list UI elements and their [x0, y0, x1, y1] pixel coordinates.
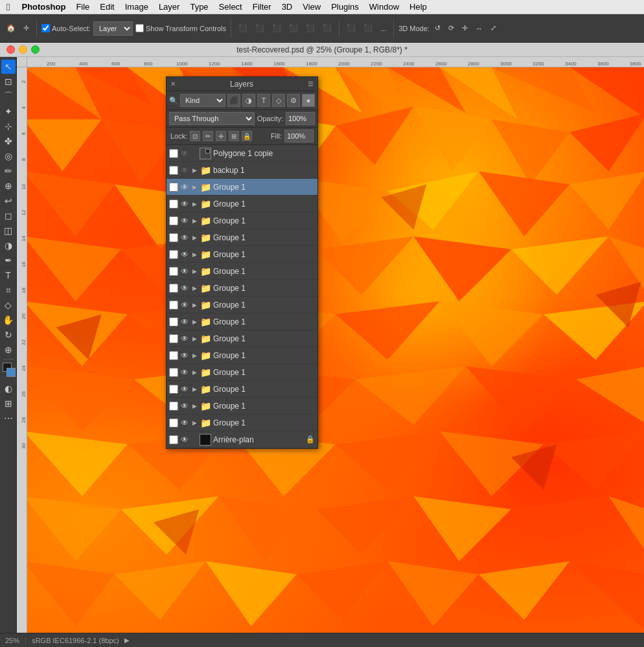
align-top-button[interactable]: ⬛ — [286, 23, 301, 34]
filter-adjust-button[interactable]: ◑ — [242, 94, 255, 107]
apple-menu[interactable]:  — [0, 1, 16, 12]
lock-image-button[interactable]: ✏ — [203, 131, 213, 141]
layer-expand-arrow[interactable]: ▶ — [191, 267, 198, 276]
menu-layer[interactable]: Layer — [154, 2, 185, 12]
selection-tool[interactable]: ⊡ — [1, 74, 16, 89]
layer-row[interactable]: 👁 ▶ 📁 backup 1 — [167, 162, 317, 179]
layer-visibility-checkbox[interactable] — [169, 334, 178, 343]
eyedropper-tool[interactable]: ✤ — [1, 134, 16, 148]
layer-visibility-checkbox[interactable] — [169, 435, 178, 444]
layer-expand-arrow[interactable]: ▶ — [191, 183, 198, 192]
layer-visibility-eye[interactable]: 👁 — [180, 216, 189, 225]
layer-row[interactable]: 👁 ▶ 📁 Groupe 1 — [167, 330, 317, 347]
show-transform-checkbox[interactable] — [135, 24, 144, 32]
filter-kind-dropdown[interactable]: Kind — [180, 94, 225, 107]
layer-visibility-checkbox[interactable] — [169, 267, 178, 276]
screen-mode-button[interactable]: ⊞ — [1, 396, 16, 411]
filter-shape-button[interactable]: ◇ — [272, 94, 285, 107]
layer-row[interactable]: 👁 ▶ 📁 Groupe 1 — [167, 280, 317, 297]
layer-visibility-eye[interactable]: 👁 — [180, 284, 189, 293]
layer-row[interactable]: 👁 ▶ 📁 Groupe 1 — [167, 381, 317, 398]
dodge-tool[interactable]: ◑ — [1, 238, 16, 253]
layers-panel-header[interactable]: ✕ Layers ☰ — [167, 77, 317, 91]
crop-tool[interactable]: ⊹ — [1, 119, 16, 133]
maximize-button[interactable] — [31, 45, 40, 54]
quick-mask-button[interactable]: ◐ — [1, 381, 16, 396]
layer-expand-arrow[interactable]: ▶ — [191, 216, 198, 225]
filter-type-button[interactable]: T — [257, 94, 270, 107]
align-center-h-button[interactable]: ⬛ — [253, 23, 267, 34]
layer-expand-arrow[interactable]: ▶ — [191, 385, 198, 394]
layer-visibility-eye[interactable]: 👁 — [180, 149, 189, 158]
layer-visibility-eye[interactable]: 👁 — [180, 267, 189, 276]
layers-list[interactable]: 👁 Polygone 1 copie 👁 ▶ 📁 backup 1 — [167, 145, 317, 448]
layer-visibility-eye[interactable]: 👁 — [180, 385, 189, 394]
more-options-button[interactable]: ... — [378, 23, 389, 34]
layer-visibility-eye[interactable]: 👁 — [180, 418, 189, 427]
layer-expand-arrow[interactable]: ▶ — [191, 368, 198, 377]
layer-visibility-checkbox[interactable] — [169, 385, 178, 394]
lock-transparent-button[interactable]: ⊡ — [190, 131, 200, 141]
layer-expand-arrow[interactable]: ▶ — [191, 351, 198, 360]
canvas-content[interactable] — [27, 67, 644, 633]
layer-expand-arrow[interactable]: ▶ — [191, 284, 198, 293]
type-tool[interactable]: T — [1, 268, 16, 282]
menu-select[interactable]: Select — [214, 2, 247, 12]
hand-tool[interactable]: ✋ — [1, 313, 16, 327]
3d-roll-button[interactable]: ⟳ — [446, 23, 457, 34]
layer-row[interactable]: 👁 ▶ 📁 Groupe 1 — [167, 297, 317, 313]
auto-select-label[interactable]: Auto-Select: — [41, 24, 91, 32]
layer-visibility-eye[interactable]: 👁 — [180, 183, 189, 192]
history-brush-tool[interactable]: ↩ — [1, 194, 16, 208]
menu-edit[interactable]: Edit — [95, 2, 119, 12]
layer-visibility-checkbox[interactable] — [169, 233, 178, 242]
layer-visibility-checkbox[interactable] — [169, 368, 178, 377]
layer-row[interactable]: 👁 ▶ 📁 Groupe 1 — [167, 414, 317, 431]
menu-file[interactable]: File — [71, 2, 95, 12]
extra-tools-button[interactable]: ⋯ — [1, 411, 16, 426]
layer-visibility-checkbox[interactable] — [169, 166, 178, 175]
layer-row[interactable]: 👁 ▶ 📁 Groupe 1 — [167, 313, 317, 330]
eraser-tool[interactable]: ◻ — [1, 209, 16, 223]
layer-expand-arrow[interactable]: ▶ — [191, 418, 198, 427]
align-left-button[interactable]: ⬛ — [236, 23, 250, 34]
layer-visibility-eye[interactable]: 👁 — [180, 334, 189, 343]
quick-select-tool[interactable]: ✦ — [1, 104, 16, 119]
layer-visibility-checkbox[interactable] — [169, 317, 178, 326]
3d-rotate-button[interactable]: ↺ — [432, 23, 443, 34]
align-bottom-button[interactable]: ⬛ — [320, 23, 334, 34]
layer-visibility-checkbox[interactable] — [169, 301, 178, 310]
3d-scale-button[interactable]: ⤢ — [488, 23, 499, 34]
layer-row[interactable]: 👁 ▶ 📁 Groupe 1 — [167, 229, 317, 246]
layer-expand-arrow[interactable]: ▶ — [191, 317, 198, 326]
menu-3d[interactable]: 3D — [277, 2, 298, 12]
filter-smart-button[interactable]: ⚙ — [287, 94, 300, 107]
foreground-color[interactable] — [1, 363, 16, 377]
layer-row[interactable]: 👁 ▶ 📁 Groupe 1 — [167, 398, 317, 414]
move-tool[interactable]: ↖ — [1, 60, 16, 74]
layer-visibility-checkbox[interactable] — [169, 250, 178, 259]
close-button[interactable] — [6, 45, 15, 54]
layer-visibility-eye[interactable]: 👁 — [180, 199, 189, 209]
3d-pan-button[interactable]: ✛ — [459, 23, 470, 34]
auto-select-dropdown[interactable]: Layer Group — [93, 21, 133, 36]
layer-expand-arrow[interactable]: ▶ — [191, 166, 198, 175]
layer-row[interactable]: 👁 ▶ 📁 Groupe 1 — [167, 347, 317, 364]
3d-slide-button[interactable]: ↔ — [473, 23, 485, 34]
shape-tool[interactable]: ◇ — [1, 298, 16, 312]
lock-artboard-button[interactable]: ⊞ — [229, 131, 239, 141]
layer-row[interactable]: 👁 ▶ 📁 Groupe 1 — [167, 196, 317, 212]
gradient-tool[interactable]: ◫ — [1, 223, 16, 238]
menu-view[interactable]: View — [297, 2, 326, 12]
layer-expand-arrow[interactable]: ▶ — [191, 250, 198, 259]
layer-visibility-checkbox[interactable] — [169, 351, 178, 360]
menu-window[interactable]: Window — [364, 2, 404, 12]
auto-select-checkbox[interactable] — [41, 24, 50, 32]
pen-tool[interactable]: ✒ — [1, 253, 16, 267]
show-transform-label[interactable]: Show Transform Controls — [135, 24, 226, 32]
layer-visibility-checkbox[interactable] — [169, 418, 178, 427]
opacity-input[interactable] — [286, 112, 315, 125]
layer-expand-arrow[interactable]: ▶ — [191, 233, 198, 242]
rotate-view-tool[interactable]: ↻ — [1, 328, 16, 342]
layer-expand-arrow[interactable]: ▶ — [191, 301, 198, 310]
